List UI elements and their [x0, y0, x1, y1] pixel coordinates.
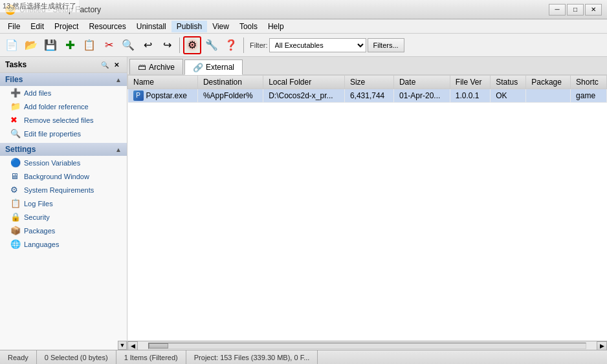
file-name: Popstar.exe: [146, 91, 187, 100]
cell-local-folder: D:\Cocos2d-x_pr...: [263, 89, 345, 103]
scroll-thumb[interactable]: [149, 343, 168, 348]
menu-edit[interactable]: Edit: [25, 21, 49, 32]
cell-name: P Popstar.exe: [128, 89, 198, 103]
files-section-header[interactable]: Files ▲: [0, 73, 127, 86]
cell-package: [526, 89, 571, 103]
horizontal-scrollbar[interactable]: ◀ ▶: [127, 341, 607, 350]
menu-project[interactable]: Project: [49, 21, 83, 32]
cell-file-ver: 1.0.0.1: [450, 89, 490, 103]
open-button[interactable]: 📂: [22, 36, 40, 54]
menu-tools[interactable]: Tools: [234, 21, 263, 32]
sidebar-item-languages[interactable]: 🌐 Languages: [0, 237, 127, 251]
menu-publish[interactable]: Publish: [171, 21, 207, 32]
system-reqs-label: System Requirements: [24, 186, 94, 194]
undo-button[interactable]: ↩: [138, 36, 157, 54]
session-vars-icon: 🔵: [10, 158, 21, 167]
col-header-status[interactable]: Status: [491, 76, 526, 89]
cell-size: 6,431,744: [344, 89, 393, 103]
sidebar-close-btn[interactable]: ✕: [111, 59, 122, 70]
file-table-container: Name Destination Local Folder Size Date …: [127, 75, 607, 341]
col-header-size[interactable]: Size: [344, 76, 393, 89]
toolbar: 📄 📂 💾 ✚ 📋 ✂ 🔍 ↩ ↪ ⚙ 🔧 ❓ Filter: All Exec…: [0, 34, 607, 57]
minimize-button[interactable]: ─: [549, 4, 566, 16]
col-header-shortcut[interactable]: Shortc: [571, 76, 607, 89]
menu-file[interactable]: File: [3, 21, 25, 32]
external-tab-icon: 🔗: [193, 63, 203, 72]
close-button[interactable]: ✕: [585, 4, 602, 16]
file-icon: P: [133, 91, 144, 101]
col-header-local-folder[interactable]: Local Folder: [263, 76, 345, 89]
archive-tab[interactable]: 🗃 Archive: [129, 59, 183, 74]
window-controls: ─ □ ✕: [549, 4, 602, 16]
add-button[interactable]: ✚: [61, 36, 79, 54]
background-icon: 🖥: [10, 171, 21, 181]
sidebar-item-system-reqs[interactable]: ⚙ System Requirements: [0, 183, 127, 197]
col-header-destination[interactable]: Destination: [197, 76, 263, 89]
settings-button[interactable]: 🔧: [203, 36, 221, 54]
log-files-label: Log Files: [24, 200, 53, 208]
sidebar-header: Tasks 🔍 ✕: [0, 57, 127, 73]
save-button[interactable]: 💾: [41, 36, 60, 54]
sidebar-item-security[interactable]: 🔒 Security: [0, 210, 127, 224]
manage-filters-button[interactable]: Filters...: [368, 38, 404, 52]
settings-section-label: Settings: [5, 145, 36, 154]
sidebar-item-packages[interactable]: 📦 Packages: [0, 224, 127, 237]
sidebar-item-session-vars[interactable]: 🔵 Session Variables: [0, 156, 127, 169]
title-bar: ⚙ Untitled - Setup Factory ─ □ ✕: [0, 0, 607, 19]
watermark-text: 13.然后选择生成就行了: [0, 0, 79, 12]
zoom-button[interactable]: 🔍: [119, 36, 137, 54]
settings-collapse-icon[interactable]: ▲: [115, 146, 122, 153]
menu-help[interactable]: Help: [263, 21, 289, 32]
redo-button[interactable]: ↪: [158, 36, 176, 54]
col-header-name[interactable]: Name: [128, 76, 198, 89]
sidebar-item-background[interactable]: 🖥 Background Window: [0, 169, 127, 183]
new-button[interactable]: 📄: [3, 36, 21, 54]
scroll-right-arrow[interactable]: ▶: [597, 341, 607, 350]
external-tab[interactable]: 🔗 External: [184, 59, 243, 75]
cut-button[interactable]: ✂: [100, 36, 118, 54]
sidebar-scroll-down[interactable]: ▼: [118, 341, 127, 350]
remove-files-label: Remove selected files: [24, 116, 94, 124]
security-icon: 🔒: [10, 212, 21, 222]
sidebar-item-log-files[interactable]: 📋 Log Files: [0, 197, 127, 210]
add-files-icon: ➕: [10, 88, 21, 98]
languages-label: Languages: [24, 241, 59, 248]
table-row[interactable]: P Popstar.exe %AppFolder% D:\Cocos2d-x_p…: [128, 89, 607, 103]
add-files-label: Add files: [24, 89, 51, 97]
sidebar-item-remove-files[interactable]: ✖ Remove selected files: [0, 113, 127, 127]
cell-shortcut: game: [571, 89, 607, 103]
status-bar: Ready 0 Selected (0 bytes) 1 Items (Filt…: [0, 350, 607, 364]
status-ready: Ready: [5, 350, 37, 364]
copy-button[interactable]: 📋: [80, 36, 98, 54]
packages-label: Packages: [24, 227, 55, 235]
col-header-file-ver[interactable]: File Ver: [450, 76, 490, 89]
file-table: Name Destination Local Folder Size Date …: [127, 75, 607, 103]
content-area: 🗃 Archive 🔗 External Name Destination Lo…: [127, 57, 607, 350]
build-button[interactable]: ⚙: [183, 36, 201, 54]
add-folder-label: Add folder reference: [24, 103, 89, 111]
filter-select[interactable]: All Executables All Files Custom: [269, 38, 366, 52]
sidebar-resize-handle[interactable]: [127, 57, 130, 350]
security-label: Security: [24, 213, 50, 221]
sidebar-item-add-folder[interactable]: 📁 Add folder reference: [0, 100, 127, 113]
table-header-row: Name Destination Local Folder Size Date …: [128, 76, 607, 89]
col-header-package[interactable]: Package: [526, 76, 571, 89]
col-header-date[interactable]: Date: [393, 76, 450, 89]
cell-status: OK: [491, 89, 526, 103]
files-collapse-icon[interactable]: ▲: [115, 76, 122, 83]
sidebar-item-edit-props[interactable]: 🔍 Edit file properties: [0, 127, 127, 140]
sidebar-section-settings: Settings ▲ 🔵 Session Variables 🖥 Backgro…: [0, 143, 127, 251]
menu-uninstall[interactable]: Uninstall: [131, 21, 171, 32]
sidebar-search-btn[interactable]: 🔍: [100, 59, 110, 70]
sidebar-item-add-files[interactable]: ➕ Add files: [0, 86, 127, 100]
sidebar-title: Tasks: [5, 60, 27, 69]
menu-view[interactable]: View: [207, 21, 234, 32]
help-button[interactable]: ❓: [222, 36, 240, 54]
menu-resources[interactable]: Resources: [83, 21, 131, 32]
edit-props-label: Edit file properties: [24, 130, 81, 138]
settings-section-header[interactable]: Settings ▲: [0, 143, 127, 156]
scroll-track[interactable]: [148, 343, 586, 349]
sidebar-section-files: Files ▲ ➕ Add files 📁 Add folder referen…: [0, 73, 127, 140]
menu-bar: File Edit Project Resources Uninstall Pu…: [0, 19, 607, 34]
maximize-button[interactable]: □: [567, 4, 584, 16]
